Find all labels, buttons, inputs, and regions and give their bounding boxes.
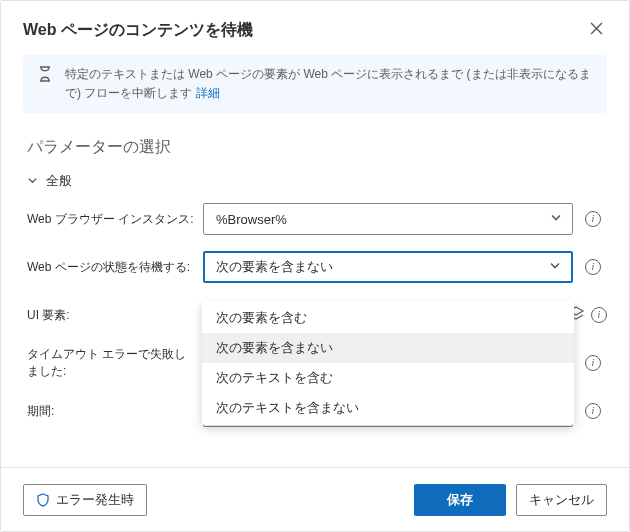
- wait-state-dropdown: 次の要素を含む 次の要素を含まない 次のテキストを含む 次のテキストを含まない: [202, 301, 574, 425]
- info-banner-text: 特定のテキストまたは Web ページの要素が Web ページに表示されるまで (…: [65, 65, 593, 103]
- label-duration: 期間:: [27, 403, 197, 420]
- info-wait-state[interactable]: i: [579, 259, 607, 275]
- label-browser-instance: Web ブラウザー インスタンス:: [27, 211, 197, 228]
- wait-state-option[interactable]: 次のテキストを含まない: [202, 393, 574, 423]
- hourglass-icon: [37, 65, 53, 103]
- info-ui-element[interactable]: i: [591, 307, 607, 323]
- chevron-down-icon: [549, 260, 561, 275]
- label-fail-timeout: タイムアウト エラーで失敗しました:: [27, 346, 197, 380]
- info-fail-timeout[interactable]: i: [579, 355, 607, 371]
- browser-instance-select[interactable]: %Browser%: [203, 203, 573, 235]
- close-icon: [590, 22, 603, 38]
- info-banner-link[interactable]: 詳細: [196, 86, 220, 100]
- shield-icon: [36, 493, 50, 507]
- label-wait-state: Web ページの状態を待機する:: [27, 259, 197, 276]
- wait-state-select[interactable]: 次の要素を含まない: [203, 251, 573, 283]
- info-icon: i: [585, 403, 601, 419]
- chevron-down-icon: [550, 212, 562, 227]
- wait-state-option[interactable]: 次の要素を含む: [202, 303, 574, 333]
- close-button[interactable]: [585, 19, 607, 41]
- save-button[interactable]: 保存: [414, 484, 506, 516]
- section-title: パラメーターの選択: [1, 133, 629, 172]
- info-banner-message: 特定のテキストまたは Web ページの要素が Web ページに表示されるまで (…: [65, 67, 591, 100]
- on-error-button[interactable]: エラー発生時: [23, 484, 147, 516]
- group-general-label: 全般: [46, 172, 72, 190]
- info-banner: 特定のテキストまたは Web ページの要素が Web ページに表示されるまで (…: [23, 55, 607, 113]
- chevron-down-icon: [27, 174, 38, 189]
- info-duration[interactable]: i: [579, 403, 607, 419]
- info-browser-instance[interactable]: i: [579, 211, 607, 227]
- info-icon: i: [585, 211, 601, 227]
- on-error-label: エラー発生時: [56, 491, 134, 509]
- info-icon: i: [585, 259, 601, 275]
- dialog-title: Web ページのコンテンツを待機: [23, 20, 253, 41]
- wait-state-value: 次の要素を含まない: [216, 258, 333, 276]
- group-general-toggle[interactable]: 全般: [1, 172, 629, 202]
- cancel-button[interactable]: キャンセル: [516, 484, 607, 516]
- info-icon: i: [585, 355, 601, 371]
- label-ui-element: UI 要素:: [27, 307, 197, 324]
- info-icon: i: [591, 307, 607, 323]
- wait-state-option[interactable]: 次のテキストを含む: [202, 363, 574, 393]
- wait-state-option[interactable]: 次の要素を含まない: [202, 333, 574, 363]
- browser-instance-value: %Browser%: [216, 212, 287, 227]
